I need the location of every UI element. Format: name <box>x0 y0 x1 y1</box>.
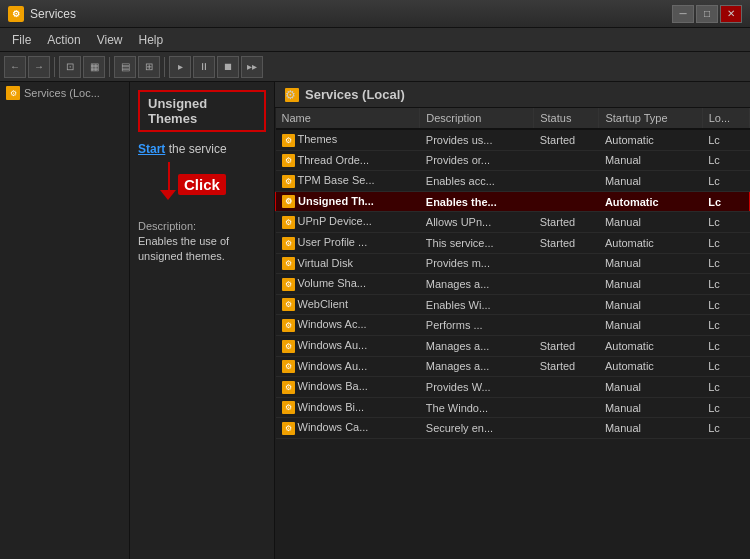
description-header: Description: <box>138 220 266 232</box>
service-log-cell: Lc <box>702 212 749 233</box>
table-row[interactable]: ⚙WebClientEnables Wi...ManualLc <box>276 294 750 315</box>
service-name-cell: ⚙Thread Orde... <box>276 150 420 171</box>
forward-button[interactable]: → <box>28 56 50 78</box>
service-startup-cell: Manual <box>599 274 702 295</box>
table-row[interactable]: ⚙User Profile ...This service...StartedA… <box>276 232 750 253</box>
inner-header: ⚙ Services (Local) <box>275 82 750 108</box>
inner-header-title: Services (Local) <box>305 87 405 102</box>
service-icon: ⚙ <box>282 175 295 188</box>
up-button[interactable]: ⊡ <box>59 56 81 78</box>
service-icon: ⚙ <box>282 237 295 250</box>
service-log-cell: Lc <box>702 171 749 192</box>
service-status-cell: Started <box>534 129 599 150</box>
service-name-cell: ⚙Themes <box>276 129 420 150</box>
col-header-status[interactable]: Status <box>534 108 599 129</box>
service-desc-cell: Provides m... <box>420 253 534 274</box>
service-icon: ⚙ <box>282 298 295 311</box>
table-header-row: Name Description Status Startup Type Lo.… <box>276 108 750 129</box>
table-row[interactable]: ⚙Windows Au...Manages a...StartedAutomat… <box>276 356 750 377</box>
service-startup-cell: Automatic <box>599 232 702 253</box>
tree-item-label: Services (Loc... <box>24 87 100 99</box>
description-section: Description: Enables the use of unsigned… <box>138 220 266 265</box>
service-log-cell: Lc <box>702 377 749 398</box>
service-log-cell: Lc <box>702 397 749 418</box>
service-desc-cell: Allows UPn... <box>420 212 534 233</box>
stop-button[interactable]: ⏹ <box>217 56 239 78</box>
table-row[interactable]: ⚙Virtual DiskProvides m...ManualLc <box>276 253 750 274</box>
service-status-cell <box>534 294 599 315</box>
menu-help[interactable]: Help <box>131 31 172 49</box>
description-text: Enables the use of unsigned themes. <box>138 234 266 265</box>
service-icon: ⚙ <box>282 154 295 167</box>
service-startup-cell: Manual <box>599 418 702 439</box>
table-row[interactable]: ⚙Windows Bi...The Windo...ManualLc <box>276 397 750 418</box>
service-icon: ⚙ <box>282 134 295 147</box>
menu-action[interactable]: Action <box>39 31 88 49</box>
menu-view[interactable]: View <box>89 31 131 49</box>
toolbar-separator-1 <box>54 57 55 77</box>
col-header-log[interactable]: Lo... <box>702 108 749 129</box>
table-row[interactable]: ⚙Windows Ba...Provides W...ManualLc <box>276 377 750 398</box>
table-row[interactable]: ⚙Volume Sha...Manages a...ManualLc <box>276 274 750 295</box>
back-button[interactable]: ← <box>4 56 26 78</box>
skip-button[interactable]: ▸▸ <box>241 56 263 78</box>
start-service-line: Start the service <box>138 142 266 156</box>
col-header-description[interactable]: Description <box>420 108 534 129</box>
click-label[interactable]: Click <box>178 174 226 195</box>
table-row[interactable]: ⚙Windows Au...Manages a...StartedAutomat… <box>276 335 750 356</box>
pause-button[interactable]: ⏸ <box>193 56 215 78</box>
close-button[interactable]: ✕ <box>720 5 742 23</box>
col-header-name[interactable]: Name <box>276 108 420 129</box>
export-button[interactable]: ▤ <box>114 56 136 78</box>
service-name-cell: ⚙Windows Ac... <box>276 315 420 336</box>
table-row[interactable]: ⚙Windows Ac...Performs ...ManualLc <box>276 315 750 336</box>
service-status-cell <box>534 253 599 274</box>
table-row[interactable]: ⚙TPM Base Se...Enables acc...ManualLc <box>276 171 750 192</box>
col-header-startup[interactable]: Startup Type <box>599 108 702 129</box>
service-status-cell: Started <box>534 356 599 377</box>
service-startup-cell: Manual <box>599 171 702 192</box>
service-startup-cell: Manual <box>599 315 702 336</box>
toolbar: ← → ⊡ ▦ ▤ ⊞ ▸ ⏸ ⏹ ▸▸ <box>0 52 750 82</box>
arrow-click-area: Click <box>138 162 266 212</box>
service-status-cell <box>534 150 599 171</box>
service-name-cell: ⚙Windows Bi... <box>276 397 420 418</box>
services-table-wrapper[interactable]: Name Description Status Startup Type Lo.… <box>275 108 750 559</box>
service-desc-cell: Enables acc... <box>420 171 534 192</box>
window-controls: ─ □ ✕ <box>672 5 742 23</box>
service-name-cell: ⚙Windows Au... <box>276 356 420 377</box>
table-row[interactable]: ⚙UPnP Device...Allows UPn...StartedManua… <box>276 212 750 233</box>
service-status-cell: Started <box>534 232 599 253</box>
table-row[interactable]: ⚙Thread Orde...Provides or...ManualLc <box>276 150 750 171</box>
menu-bar: File Action View Help <box>0 28 750 52</box>
menu-file[interactable]: File <box>4 31 39 49</box>
play-button[interactable]: ▸ <box>169 56 191 78</box>
service-status-cell <box>534 418 599 439</box>
service-startup-cell: Manual <box>599 253 702 274</box>
properties-button[interactable]: ⊞ <box>138 56 160 78</box>
service-startup-cell: Manual <box>599 294 702 315</box>
start-link[interactable]: Start <box>138 142 165 156</box>
service-startup-cell: Manual <box>599 397 702 418</box>
service-desc-cell: Enables Wi... <box>420 294 534 315</box>
minimize-button[interactable]: ─ <box>672 5 694 23</box>
inner-header-icon: ⚙ <box>285 88 299 102</box>
table-row[interactable]: ⚙Unsigned Th...Enables the...AutomaticLc <box>276 191 750 212</box>
service-status-cell <box>534 377 599 398</box>
maximize-button[interactable]: □ <box>696 5 718 23</box>
service-log-cell: Lc <box>702 418 749 439</box>
show-map-button[interactable]: ▦ <box>83 56 105 78</box>
service-startup-cell: Automatic <box>599 191 702 212</box>
tree-item-services-local[interactable]: ⚙ Services (Loc... <box>0 82 129 104</box>
service-desc-cell: Provides us... <box>420 129 534 150</box>
table-row[interactable]: ⚙Windows Ca...Securely en...ManualLc <box>276 418 750 439</box>
service-icon: ⚙ <box>282 278 295 291</box>
arrow-line <box>168 162 170 192</box>
service-status-cell <box>534 171 599 192</box>
service-name-cell: ⚙Volume Sha... <box>276 274 420 295</box>
main-container: ⚙ Services (Loc... Unsigned Themes Start… <box>0 82 750 559</box>
arrow-head <box>160 190 176 200</box>
table-row[interactable]: ⚙ThemesProvides us...StartedAutomaticLc <box>276 129 750 150</box>
service-name-cell: ⚙Windows Ba... <box>276 377 420 398</box>
service-status-cell <box>534 191 599 212</box>
